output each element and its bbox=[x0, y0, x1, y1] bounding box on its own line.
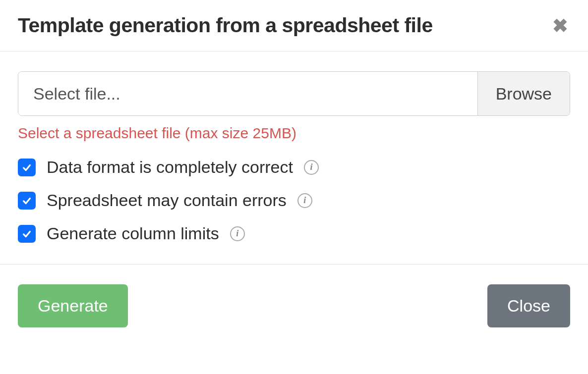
checkbox-label: Generate column limits bbox=[47, 224, 219, 243]
file-input-group: Select file... Browse bbox=[18, 71, 570, 116]
file-input[interactable]: Select file... bbox=[18, 72, 477, 115]
close-icon[interactable]: ✖ bbox=[550, 16, 570, 35]
checkbox-label: Data format is completely correct bbox=[47, 158, 293, 177]
checkbox-label: Spreadsheet may contain errors bbox=[47, 191, 287, 210]
info-icon[interactable]: i bbox=[297, 193, 312, 208]
option-spreadsheet-errors: Spreadsheet may contain errors i bbox=[18, 191, 570, 210]
option-label-wrap: Spreadsheet may contain errors i bbox=[47, 191, 312, 210]
check-icon bbox=[21, 162, 32, 173]
checkbox-spreadsheet-errors[interactable] bbox=[18, 192, 36, 210]
checkbox-data-format-correct[interactable] bbox=[18, 159, 36, 176]
generate-button[interactable]: Generate bbox=[18, 284, 128, 327]
modal-title: Template generation from a spreadsheet f… bbox=[18, 14, 433, 37]
option-generate-column-limits: Generate column limits i bbox=[18, 224, 570, 243]
modal-dialog: Template generation from a spreadsheet f… bbox=[0, 0, 588, 347]
check-icon bbox=[21, 228, 32, 239]
modal-footer: Generate Close bbox=[0, 264, 588, 347]
option-label-wrap: Generate column limits i bbox=[47, 224, 245, 243]
check-icon bbox=[21, 195, 32, 206]
modal-header: Template generation from a spreadsheet f… bbox=[0, 0, 588, 52]
checkbox-generate-column-limits[interactable] bbox=[18, 225, 36, 243]
option-label-wrap: Data format is completely correct i bbox=[47, 158, 319, 177]
validation-message: Select a spreadsheet file (max size 25MB… bbox=[18, 125, 570, 142]
info-icon[interactable]: i bbox=[304, 160, 319, 175]
browse-button[interactable]: Browse bbox=[477, 72, 570, 115]
close-button[interactable]: Close bbox=[487, 284, 570, 327]
info-icon[interactable]: i bbox=[230, 226, 245, 241]
option-data-format-correct: Data format is completely correct i bbox=[18, 158, 570, 177]
modal-body: Select file... Browse Select a spreadshe… bbox=[0, 52, 588, 264]
